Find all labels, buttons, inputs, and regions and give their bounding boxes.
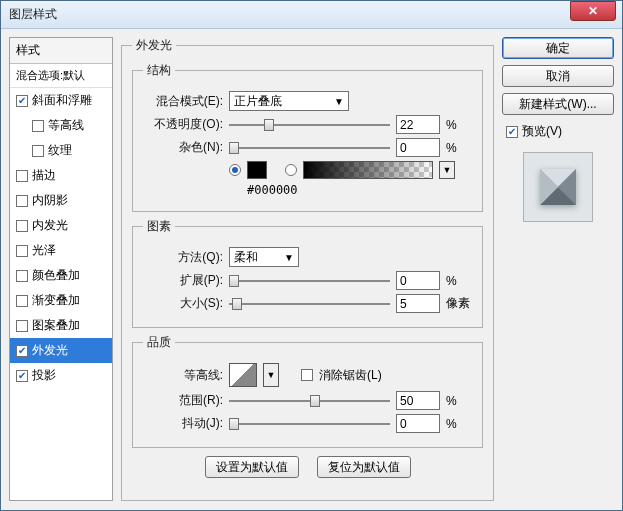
styles-header: 样式 [10, 38, 112, 64]
jitter-field[interactable]: 0 [396, 414, 440, 433]
range-slider[interactable] [229, 393, 390, 409]
style-item-9[interactable]: 图案叠加 [10, 313, 112, 338]
style-checkbox[interactable] [16, 270, 28, 282]
style-item-6[interactable]: 光泽 [10, 238, 112, 263]
opacity-label: 不透明度(O): [143, 116, 223, 133]
color-swatch[interactable] [247, 161, 267, 179]
style-checkbox[interactable] [16, 295, 28, 307]
style-checkbox[interactable] [16, 245, 28, 257]
blend-mode-combo[interactable]: 正片叠底 ▼ [229, 91, 349, 111]
gradient-dropdown[interactable]: ▼ [439, 161, 455, 179]
contour-dropdown[interactable]: ▼ [263, 363, 279, 387]
blend-mode-label: 混合模式(E): [143, 93, 223, 110]
spread-slider[interactable] [229, 273, 390, 289]
spread-label: 扩展(P): [143, 272, 223, 289]
style-item-7[interactable]: 颜色叠加 [10, 263, 112, 288]
style-label: 投影 [32, 367, 56, 384]
style-checkbox[interactable] [16, 370, 28, 382]
style-item-11[interactable]: 投影 [10, 363, 112, 388]
outer-glow-group: 外发光 结构 混合模式(E): 正片叠底 ▼ 不透明度(O): 22 [121, 37, 494, 501]
window-title: 图层样式 [9, 6, 570, 23]
quality-group: 品质 等高线: ▼ 消除锯齿(L) 范围(R): 50 % [132, 334, 483, 448]
elements-legend: 图素 [143, 218, 175, 235]
outer-glow-legend: 外发光 [132, 37, 176, 54]
technique-value: 柔和 [234, 249, 258, 266]
quality-legend: 品质 [143, 334, 175, 351]
gradient-swatch[interactable] [303, 161, 433, 179]
color-gradient-radio[interactable] [285, 164, 297, 176]
size-unit: 像素 [446, 295, 472, 312]
style-label: 等高线 [48, 117, 84, 134]
blend-mode-value: 正片叠底 [234, 93, 282, 110]
style-checkbox[interactable] [16, 170, 28, 182]
style-item-5[interactable]: 内发光 [10, 213, 112, 238]
new-style-button[interactable]: 新建样式(W)... [502, 93, 614, 115]
style-item-2[interactable]: 纹理 [10, 138, 112, 163]
preview-icon [536, 165, 580, 209]
blending-options-default[interactable]: 混合选项:默认 [10, 64, 112, 88]
style-item-10[interactable]: 外发光 [10, 338, 112, 363]
style-checkbox[interactable] [32, 120, 44, 132]
noise-field[interactable]: 0 [396, 138, 440, 157]
style-label: 纹理 [48, 142, 72, 159]
style-label: 内阴影 [32, 192, 68, 209]
chevron-down-icon: ▼ [284, 252, 294, 263]
style-checkbox[interactable] [16, 220, 28, 232]
style-checkbox[interactable] [16, 345, 28, 357]
style-item-4[interactable]: 内阴影 [10, 188, 112, 213]
close-icon: ✕ [588, 4, 598, 18]
style-checkbox[interactable] [16, 95, 28, 107]
contour-swatch[interactable] [229, 363, 257, 387]
elements-group: 图素 方法(Q): 柔和 ▼ 扩展(P): 0 % [132, 218, 483, 328]
style-item-3[interactable]: 描边 [10, 163, 112, 188]
technique-combo[interactable]: 柔和 ▼ [229, 247, 299, 267]
opacity-slider[interactable] [229, 117, 390, 133]
opacity-unit: % [446, 118, 472, 132]
cancel-button[interactable]: 取消 [502, 65, 614, 87]
chevron-down-icon: ▼ [334, 96, 344, 107]
size-slider[interactable] [229, 296, 390, 312]
style-item-1[interactable]: 等高线 [10, 113, 112, 138]
range-field[interactable]: 50 [396, 391, 440, 410]
style-label: 颜色叠加 [32, 267, 80, 284]
noise-slider[interactable] [229, 140, 390, 156]
make-default-button[interactable]: 设置为默认值 [205, 456, 299, 478]
jitter-slider[interactable] [229, 416, 390, 432]
styles-panel: 样式 混合选项:默认 斜面和浮雕等高线纹理描边内阴影内发光光泽颜色叠加渐变叠加图… [9, 37, 113, 501]
style-label: 渐变叠加 [32, 292, 80, 309]
style-label: 光泽 [32, 242, 56, 259]
jitter-unit: % [446, 417, 472, 431]
right-button-panel: 确定 取消 新建样式(W)... 预览(V) [502, 37, 614, 501]
noise-unit: % [446, 141, 472, 155]
style-label: 外发光 [32, 342, 68, 359]
style-checkbox[interactable] [16, 195, 28, 207]
color-solid-radio[interactable] [229, 164, 241, 176]
structure-legend: 结构 [143, 62, 175, 79]
preview-thumbnail [523, 152, 593, 222]
style-item-0[interactable]: 斜面和浮雕 [10, 88, 112, 113]
layer-style-dialog: 图层样式 ✕ 样式 混合选项:默认 斜面和浮雕等高线纹理描边内阴影内发光光泽颜色… [0, 0, 623, 511]
style-label: 内发光 [32, 217, 68, 234]
range-label: 范围(R): [143, 392, 223, 409]
opacity-field[interactable]: 22 [396, 115, 440, 134]
close-button[interactable]: ✕ [570, 1, 616, 21]
preview-label: 预览(V) [522, 123, 562, 140]
style-item-8[interactable]: 渐变叠加 [10, 288, 112, 313]
jitter-label: 抖动(J): [143, 415, 223, 432]
spread-field[interactable]: 0 [396, 271, 440, 290]
antialias-checkbox[interactable] [301, 369, 313, 381]
color-hex: #000000 [247, 183, 298, 197]
style-checkbox[interactable] [32, 145, 44, 157]
style-label: 斜面和浮雕 [32, 92, 92, 109]
size-field[interactable]: 5 [396, 294, 440, 313]
reset-default-button[interactable]: 复位为默认值 [317, 456, 411, 478]
size-label: 大小(S): [143, 295, 223, 312]
ok-button[interactable]: 确定 [502, 37, 614, 59]
style-checkbox[interactable] [16, 320, 28, 332]
spread-unit: % [446, 274, 472, 288]
structure-group: 结构 混合模式(E): 正片叠底 ▼ 不透明度(O): 22 % [132, 62, 483, 212]
preview-checkbox[interactable] [506, 126, 518, 138]
contour-label: 等高线: [143, 367, 223, 384]
range-unit: % [446, 394, 472, 408]
antialias-label: 消除锯齿(L) [319, 367, 382, 384]
